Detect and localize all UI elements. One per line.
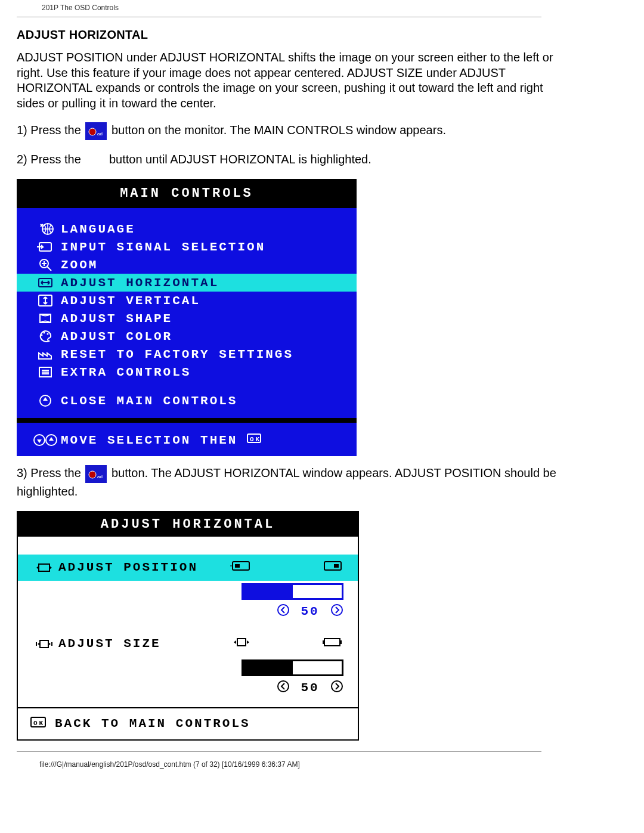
menu-item-close[interactable]: CLOSE MAIN CONTROLS (17, 392, 357, 410)
menu-label: INPUT SIGNAL SELECTION (61, 240, 265, 254)
ok-icon: OK (30, 716, 47, 732)
palette-icon (30, 329, 61, 343)
step-2: 2) Press the button until ADJUST HORIZON… (17, 151, 565, 168)
main-controls-footer: MOVE SELECTION THEN OK (17, 423, 357, 456)
svg-text:ad: ad (97, 474, 103, 479)
footer-text: BACK TO MAIN CONTROLS (55, 717, 250, 730)
menu-label: ADJUST COLOR (61, 330, 172, 343)
close-icon (30, 394, 61, 408)
ok-button-icon: ad (85, 465, 107, 483)
position-value-row: 50 (18, 602, 358, 631)
list-icon (30, 365, 61, 379)
section-title: ADJUST HORIZONTAL (17, 28, 627, 42)
main-controls-title: MAIN CONTROLS (17, 179, 357, 208)
menu-item-reset[interactable]: RESET TO FACTORY SETTINGS (17, 345, 357, 363)
svg-rect-26 (237, 639, 246, 646)
row-label: ADJUST SIZE (58, 637, 231, 651)
menu-item-zoom[interactable]: ZOOM (17, 256, 357, 274)
menu-label: RESET TO FACTORY SETTINGS (61, 348, 293, 361)
factory-icon (30, 347, 61, 361)
page-header: 201P The OSD Controls (42, 4, 627, 12)
shift-left-icon (231, 559, 252, 576)
right-arrow-icon[interactable] (330, 603, 343, 620)
menu-label: LANGUAGE (61, 222, 135, 236)
ok-button-icon: ad (85, 122, 107, 140)
shape-icon (30, 311, 61, 326)
right-arrow-icon[interactable] (330, 680, 343, 696)
divider (17, 751, 541, 752)
svg-point-23 (278, 605, 289, 615)
svg-rect-18 (39, 564, 49, 571)
svg-rect-20 (235, 564, 240, 568)
left-arrow-icon[interactable] (277, 680, 290, 696)
menu-label: ADJUST SHAPE (61, 312, 172, 326)
step-1: 1) Press the ad button on the monitor. T… (17, 122, 565, 140)
file-path-footer: file:///G|/manual/english/201P/osd/osd_c… (39, 760, 627, 769)
svg-text:ad: ad (97, 131, 103, 137)
size-bar (18, 657, 358, 679)
svg-point-24 (332, 605, 342, 615)
menu-label: ADJUST VERTICAL (61, 294, 200, 308)
main-controls-panel: MAIN CONTROLS LANGUAGE INPUT SIGNAL SELE… (17, 179, 357, 456)
menu-item-language[interactable]: LANGUAGE (17, 220, 357, 238)
step1-text-a: 1) Press the (17, 123, 84, 137)
size-value-row: 50 (18, 679, 358, 707)
size-value: 50 (298, 681, 322, 695)
divider (17, 17, 541, 17)
input-icon (30, 240, 61, 254)
left-arrow-icon[interactable] (277, 603, 290, 620)
footer-text: MOVE SELECTION THEN (61, 433, 237, 447)
row-adjust-size[interactable]: ADJUST SIZE (18, 631, 358, 657)
menu-item-extra-controls[interactable]: EXTRA CONTROLS (17, 363, 357, 381)
intro-paragraph: ADJUST POSITION under ADJUST HORIZONTAL … (17, 50, 565, 111)
menu-label: ZOOM (61, 258, 98, 272)
menu-item-adjust-horizontal[interactable]: ADJUST HORIZONTAL (17, 274, 357, 292)
wide-icon (322, 636, 342, 652)
ok-icon: OK (246, 431, 262, 449)
menu-item-adjust-color[interactable]: ADJUST COLOR (17, 327, 357, 345)
svg-rect-25 (40, 640, 48, 648)
step-3: 3) Press the ad button. The ADJUST HORIZ… (17, 465, 565, 500)
svg-point-7 (41, 335, 43, 336)
menu-item-input-signal[interactable]: INPUT SIGNAL SELECTION (17, 238, 357, 256)
shift-right-icon (322, 559, 342, 576)
vertical-icon (30, 293, 61, 308)
adjust-horizontal-title: ADJUST HORIZONTAL (18, 512, 358, 537)
step3-text-a: 3) Press the (17, 466, 84, 479)
horizontal-icon (30, 275, 61, 290)
svg-point-8 (44, 332, 45, 334)
svg-rect-22 (334, 564, 339, 568)
menu-label: ADJUST HORIZONTAL (61, 276, 219, 290)
globe-icon (30, 222, 61, 236)
narrow-icon (231, 636, 252, 652)
adjust-horizontal-footer[interactable]: OK BACK TO MAIN CONTROLS (18, 707, 358, 739)
menu-label: EXTRA CONTROLS (61, 366, 191, 379)
svg-text:OK: OK (250, 436, 261, 443)
position-bar (18, 581, 358, 602)
svg-point-29 (332, 681, 342, 692)
svg-rect-27 (324, 639, 340, 646)
svg-point-9 (47, 333, 49, 335)
up-down-icon (30, 433, 61, 447)
zoom-icon (30, 258, 61, 272)
row-label: ADJUST POSITION (58, 561, 231, 574)
menu-item-adjust-vertical[interactable]: ADJUST VERTICAL (17, 292, 357, 309)
adjust-horizontal-panel: ADJUST HORIZONTAL ADJUST POSITION 50 (17, 511, 359, 741)
position-value: 50 (298, 605, 322, 618)
svg-point-28 (278, 681, 289, 692)
menu-item-adjust-shape[interactable]: ADJUST SHAPE (17, 309, 357, 327)
row-adjust-position[interactable]: ADJUST POSITION (18, 555, 358, 581)
svg-point-16 (89, 471, 96, 478)
step1-text-b: button on the monitor. The MAIN CONTROLS… (112, 123, 446, 137)
menu-label: CLOSE MAIN CONTROLS (61, 394, 237, 408)
step2-text-a: 2) Press the (17, 153, 84, 166)
svg-point-0 (89, 128, 96, 135)
size-icon (30, 637, 58, 651)
position-icon (30, 561, 58, 575)
svg-text:OK: OK (33, 720, 45, 727)
step2-text-b: button until ADJUST HORIZONTAL is highli… (109, 153, 371, 166)
